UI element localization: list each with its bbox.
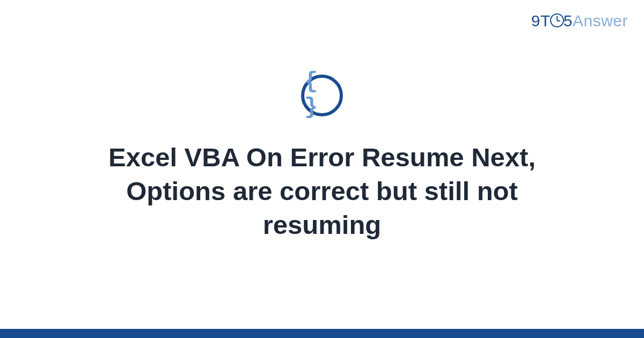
braces-glyph: { } (304, 69, 340, 120)
page-title: Excel VBA On Error Resume Next, Options … (54, 141, 590, 241)
main-content: { } Excel VBA On Error Resume Next, Opti… (0, 0, 644, 338)
code-braces-icon: { } (301, 75, 343, 116)
footer-bar (0, 329, 644, 338)
